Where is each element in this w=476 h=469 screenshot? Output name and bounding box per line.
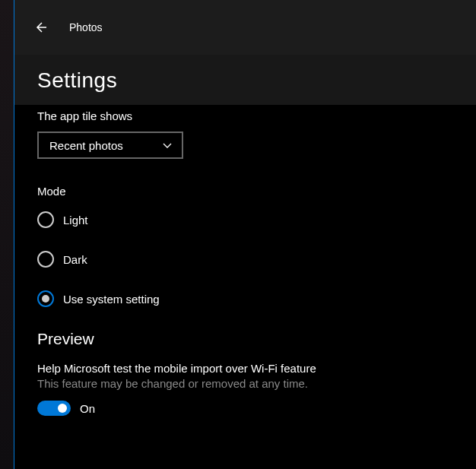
mode-radio-label: Light: [63, 214, 88, 227]
chevron-down-icon: [162, 140, 173, 151]
tile-dropdown-value: Recent photos: [49, 139, 123, 152]
mode-section-label: Mode: [37, 185, 453, 198]
mode-radio-light[interactable]: Light: [37, 211, 453, 228]
back-arrow-icon: [33, 21, 47, 34]
mode-radio-system[interactable]: Use system setting: [37, 290, 453, 307]
mode-radio-group: Light Dark Use system setting: [37, 211, 453, 307]
preview-toggle[interactable]: [37, 401, 71, 416]
preview-help-text: Help Microsoft test the mobile import ov…: [37, 362, 453, 375]
photos-settings-window: Photos Settings The app tile shows Recen…: [14, 0, 476, 469]
back-button[interactable]: [28, 15, 52, 40]
content-area: The app tile shows Recent photos Mode Li…: [14, 105, 476, 439]
radio-icon-selected: [37, 290, 54, 307]
tile-dropdown[interactable]: Recent photos: [37, 132, 183, 159]
preview-heading: Preview: [37, 330, 453, 348]
radio-icon: [37, 211, 54, 228]
toggle-knob-icon: [58, 404, 67, 413]
mode-radio-label: Dark: [63, 253, 87, 266]
preview-toggle-label: On: [80, 402, 95, 415]
app-title: Photos: [69, 21, 103, 33]
page-title: Settings: [37, 68, 453, 93]
mode-radio-label: Use system setting: [63, 293, 160, 306]
preview-sub-text: This feature may be changed or removed a…: [37, 377, 453, 390]
titlebar: Photos: [14, 0, 476, 55]
preview-toggle-row: On: [37, 401, 453, 416]
header-area: Settings: [14, 55, 476, 105]
tile-setting-label: The app tile shows: [37, 109, 453, 122]
mode-radio-dark[interactable]: Dark: [37, 251, 453, 268]
radio-icon: [37, 251, 54, 268]
radio-dot-icon: [42, 295, 49, 303]
